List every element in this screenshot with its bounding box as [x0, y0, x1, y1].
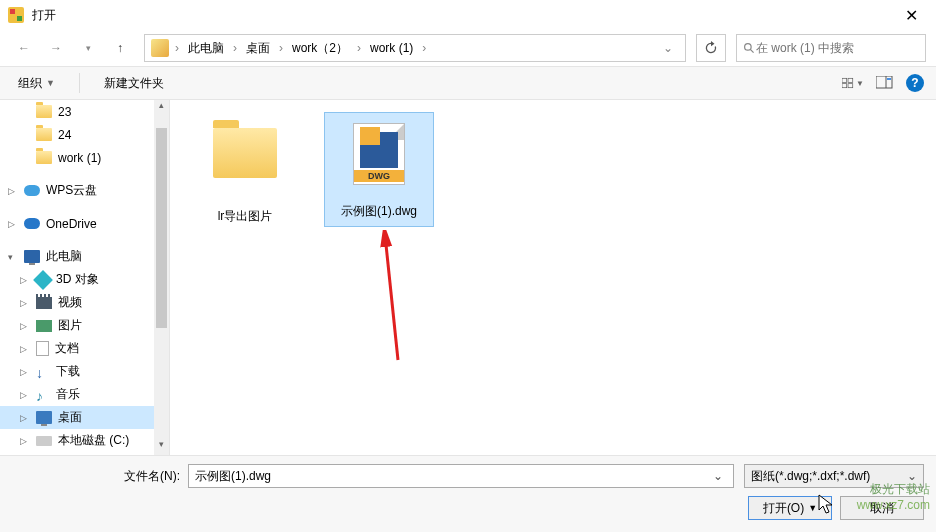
sidebar-scrollbar[interactable]: ▴ ▾	[154, 100, 169, 455]
image-icon	[36, 320, 52, 332]
onedrive-icon	[24, 218, 40, 229]
breadcrumb[interactable]: › 此电脑 › 桌面 › work（2） › work (1) › ⌄	[144, 34, 686, 62]
3d-icon	[33, 270, 53, 290]
view-icon	[842, 76, 854, 90]
chevron-down-icon[interactable]: ⌄	[907, 469, 917, 483]
main-area: 23 24 work (1) ▷WPS云盘 ▷OneDrive ▾此电脑 ▷3D…	[0, 100, 936, 455]
music-icon	[36, 388, 50, 402]
new-folder-label: 新建文件夹	[104, 75, 164, 92]
file-name: lr导出图片	[196, 208, 294, 225]
chevron-right-icon: ›	[418, 41, 430, 55]
cloud-icon	[24, 185, 40, 196]
breadcrumb-item[interactable]: 桌面	[243, 38, 273, 59]
chevron-right-icon: ›	[353, 41, 365, 55]
filename-label: 文件名(N):	[12, 468, 188, 485]
tree-item-music[interactable]: ▷音乐	[0, 383, 169, 406]
folder-icon	[36, 128, 52, 141]
tree-label: 视频	[58, 294, 82, 311]
help-button[interactable]: ?	[906, 74, 924, 92]
search-icon	[743, 42, 756, 55]
folder-icon	[151, 39, 169, 57]
chevron-down-icon: ▼	[46, 78, 55, 88]
scroll-up-icon[interactable]: ▴	[154, 100, 169, 116]
dwg-file-icon: DWG	[353, 123, 405, 185]
breadcrumb-item[interactable]: 此电脑	[185, 38, 227, 59]
tree-label: 图片	[58, 317, 82, 334]
scroll-down-icon[interactable]: ▾	[154, 439, 169, 455]
tree-item-folder[interactable]: 23	[0, 100, 169, 123]
cancel-label: 取消	[870, 500, 894, 517]
tree-item-wps[interactable]: ▷WPS云盘	[0, 179, 169, 202]
file-tile-dwg[interactable]: DWG 示例图(1).dwg	[324, 112, 434, 227]
svg-rect-7	[842, 84, 847, 88]
disk-icon	[36, 436, 52, 446]
recent-dropdown[interactable]: ▾	[74, 34, 102, 62]
file-list[interactable]: lr导出图片 DWG 示例图(1).dwg	[170, 100, 936, 455]
pane-icon	[876, 76, 894, 90]
folder-icon	[213, 128, 277, 178]
tree-item-folder[interactable]: work (1)	[0, 146, 169, 169]
search-box[interactable]	[736, 34, 926, 62]
back-button[interactable]: ←	[10, 34, 38, 62]
tree-label: 24	[58, 128, 71, 142]
tree-label: 下载	[56, 363, 80, 380]
tree-label: OneDrive	[46, 217, 97, 231]
breadcrumb-item[interactable]: work (1)	[367, 39, 416, 57]
tree-label: 此电脑	[46, 248, 82, 265]
chevron-down-icon[interactable]: ⌄	[709, 469, 727, 483]
svg-rect-5	[842, 78, 847, 82]
chevron-down-icon: ▼	[808, 503, 817, 513]
preview-pane-button[interactable]	[874, 73, 896, 93]
up-button[interactable]: ↑	[106, 34, 134, 62]
tree-item-folder[interactable]: 24	[0, 123, 169, 146]
tree-label: 桌面	[58, 409, 82, 426]
view-mode-button[interactable]: ▼	[842, 73, 864, 93]
tree-item-downloads[interactable]: ▷下载	[0, 360, 169, 383]
file-tile-folder[interactable]: lr导出图片	[190, 112, 300, 231]
open-label: 打开(O)	[763, 500, 804, 517]
filename-combobox[interactable]: ⌄	[188, 464, 734, 488]
new-folder-button[interactable]: 新建文件夹	[98, 72, 170, 95]
svg-rect-1	[10, 9, 15, 14]
breadcrumb-item[interactable]: work（2）	[289, 38, 351, 59]
chevron-down-icon: ▼	[856, 79, 864, 88]
cancel-button[interactable]: 取消	[840, 496, 924, 520]
scroll-thumb[interactable]	[156, 128, 167, 328]
tree-item-desktop[interactable]: ▷桌面	[0, 406, 169, 429]
close-button[interactable]: ✕	[895, 2, 928, 29]
tree-label: 3D 对象	[56, 271, 99, 288]
organize-button[interactable]: 组织 ▼	[12, 72, 61, 95]
tree-item-3d[interactable]: ▷3D 对象	[0, 268, 169, 291]
doc-icon	[36, 341, 49, 356]
breadcrumb-dropdown[interactable]: ⌄	[657, 41, 679, 55]
filename-input[interactable]	[195, 469, 709, 483]
organize-label: 组织	[18, 75, 42, 92]
svg-rect-6	[848, 78, 853, 82]
video-icon	[36, 297, 52, 309]
open-button[interactable]: 打开(O) ▼	[748, 496, 832, 520]
window-title: 打开	[32, 7, 895, 24]
file-type-filter[interactable]: 图纸(*.dwg;*.dxf;*.dwf) ⌄	[744, 464, 924, 488]
title-bar: 打开 ✕	[0, 0, 936, 30]
refresh-button[interactable]	[696, 34, 726, 62]
search-input[interactable]	[756, 41, 919, 55]
file-name: 示例图(1).dwg	[331, 203, 427, 220]
tree-item-onedrive[interactable]: ▷OneDrive	[0, 212, 169, 235]
chevron-right-icon: ›	[229, 41, 241, 55]
svg-line-4	[750, 49, 753, 52]
tree-item-video[interactable]: ▷视频	[0, 291, 169, 314]
svg-rect-2	[17, 16, 22, 21]
chevron-right-icon: ›	[275, 41, 287, 55]
download-icon	[36, 365, 50, 379]
folder-icon	[36, 151, 52, 164]
tree-item-image[interactable]: ▷图片	[0, 314, 169, 337]
tree-label: WPS云盘	[46, 182, 97, 199]
folder-icon	[36, 105, 52, 118]
forward-button[interactable]: →	[42, 34, 70, 62]
sidebar: 23 24 work (1) ▷WPS云盘 ▷OneDrive ▾此电脑 ▷3D…	[0, 100, 170, 455]
tree-item-localdisk[interactable]: ▷本地磁盘 (C:)	[0, 429, 169, 452]
app-icon	[8, 7, 24, 23]
svg-rect-11	[887, 78, 891, 80]
tree-item-docs[interactable]: ▷文档	[0, 337, 169, 360]
tree-item-thispc[interactable]: ▾此电脑	[0, 245, 169, 268]
